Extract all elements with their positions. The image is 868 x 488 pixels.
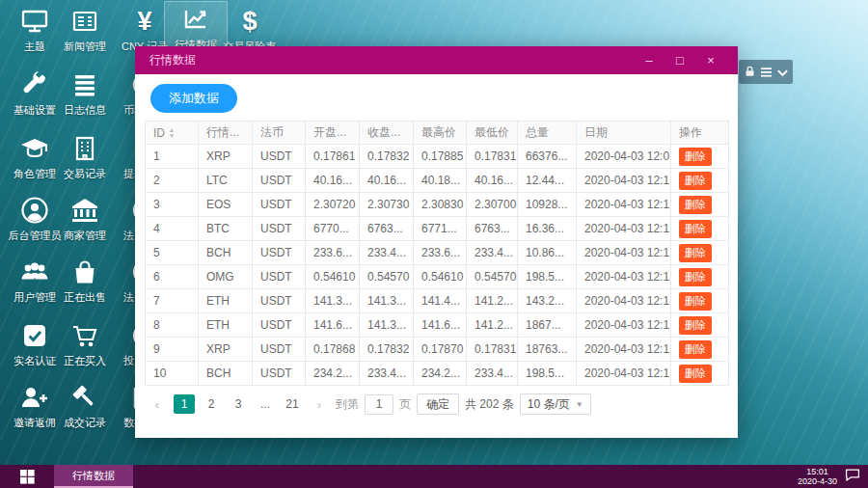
page-size-select[interactable]: 10 条/页 ▼ xyxy=(520,393,591,415)
page-button[interactable]: 1 xyxy=(174,394,195,414)
cell-date: 2020-04-03 12:1... xyxy=(577,265,671,289)
confirm-button[interactable]: 确定 xyxy=(417,393,459,415)
chat-bubble-icon[interactable] xyxy=(845,468,860,485)
jump-page-input[interactable] xyxy=(365,394,393,415)
jump-prefix-label: 到第 xyxy=(336,396,359,413)
cell-symbol: XRP xyxy=(199,338,253,362)
market-data-window: 行情数据 – □ × 添加数据 ID▴▾ 行情... 法币 开盘... 收盘..… xyxy=(135,46,738,438)
cell-open: 141.3... xyxy=(306,289,360,313)
cell-symbol: ETH xyxy=(199,289,253,313)
prev-page-button[interactable]: ‹ xyxy=(147,394,168,414)
table-row: 6 OMG USDT 0.54610 0.54570 0.54610 0.545… xyxy=(146,265,729,289)
cell-id: 9 xyxy=(146,338,199,362)
cell-volume: 18763... xyxy=(518,338,577,362)
cell-fiat: USDT xyxy=(253,193,306,217)
cell-high: 0.54610 xyxy=(414,265,467,289)
cell-volume: 1867... xyxy=(518,313,577,338)
cell-close: 141.3... xyxy=(360,313,414,338)
page-button[interactable]: ... xyxy=(255,394,276,414)
cell-date: 2020-04-03 12:1... xyxy=(577,289,671,313)
clock-date: 2020-4-30 xyxy=(798,476,837,486)
cell-fiat: USDT xyxy=(253,241,306,265)
desktop-icon-merchants[interactable]: 商家管理 xyxy=(54,193,116,251)
checkbox-icon xyxy=(19,318,50,353)
cell-close: 2.30730 xyxy=(360,193,414,217)
cell-actions: 删除 xyxy=(671,217,729,241)
cell-close: 0.17832 xyxy=(360,338,414,362)
cell-volume: 10.86... xyxy=(518,241,577,265)
cell-actions: 删除 xyxy=(671,265,729,289)
delete-button[interactable]: 删除 xyxy=(679,148,712,166)
column-header-fiat: 法币 xyxy=(253,122,306,145)
delete-button[interactable]: 删除 xyxy=(679,220,712,238)
chevron-down-icon[interactable] xyxy=(777,64,788,81)
table-row: 1 XRP USDT 0.17861 0.17832 0.17885 0.178… xyxy=(146,145,729,169)
shopping-cart-icon xyxy=(69,318,100,353)
cell-high: 234.2... xyxy=(414,362,467,386)
cell-id: 4 xyxy=(146,217,199,241)
cell-high: 0.17870 xyxy=(414,338,467,362)
page-button[interactable]: 3 xyxy=(228,394,249,414)
taskbar: 行情数据 15:01 2020-4-30 xyxy=(0,465,868,488)
desktop-icon-news[interactable]: 新闻管理 xyxy=(54,4,116,62)
table-header-row: ID▴▾ 行情... 法币 开盘... 收盘... 最高价 最低价 总量 日期 … xyxy=(146,122,729,145)
column-header-id[interactable]: ID▴▾ xyxy=(146,122,199,145)
cell-date: 2020-04-03 12:1... xyxy=(577,217,671,241)
cell-symbol: BCH xyxy=(199,241,253,265)
windows-logo-icon xyxy=(20,470,35,484)
cell-open: 0.17868 xyxy=(306,338,360,362)
add-data-button[interactable]: 添加数据 xyxy=(150,84,237,113)
delete-button[interactable]: 删除 xyxy=(679,196,712,214)
delete-button[interactable]: 删除 xyxy=(679,365,712,383)
delete-button[interactable]: 删除 xyxy=(679,340,712,359)
chart-icon xyxy=(180,2,211,37)
desktop-icon-trades[interactable]: 交易记录 xyxy=(54,131,116,189)
taskbar-item-market-data[interactable]: 行情数据 xyxy=(54,465,133,488)
browser-overlay-bar xyxy=(739,60,793,84)
desktop-icon-selling[interactable]: 正在出售 xyxy=(54,255,116,312)
cell-low: 40.16... xyxy=(467,169,518,193)
bank-icon xyxy=(68,193,101,228)
cell-low: 233.4... xyxy=(467,241,518,265)
close-button[interactable]: × xyxy=(695,53,726,68)
delete-button[interactable]: 删除 xyxy=(679,316,712,335)
menu-icon[interactable] xyxy=(761,64,772,81)
minimize-button[interactable]: – xyxy=(634,53,665,68)
next-page-button[interactable]: › xyxy=(309,394,330,414)
cell-id: 6 xyxy=(146,265,199,289)
delete-button[interactable]: 删除 xyxy=(679,268,712,286)
delete-button[interactable]: 删除 xyxy=(679,172,712,190)
cell-low: 141.2... xyxy=(467,289,518,313)
sort-icons[interactable]: ▴▾ xyxy=(170,127,174,139)
cell-date: 2020-04-03 12:1... xyxy=(577,193,671,217)
cell-close: 141.3... xyxy=(360,289,414,313)
desktop-icon-deals[interactable]: 成交记录 xyxy=(54,380,116,438)
cell-high: 233.6... xyxy=(414,241,467,265)
total-count-label: 共 202 条 xyxy=(465,396,514,413)
cell-date: 2020-04-03 12:1... xyxy=(577,362,671,386)
cell-close: 233.4... xyxy=(360,241,414,265)
start-button[interactable] xyxy=(0,465,54,488)
table-body: 1 XRP USDT 0.17861 0.17832 0.17885 0.178… xyxy=(146,145,729,386)
cell-symbol: BCH xyxy=(199,362,253,386)
maximize-button[interactable]: □ xyxy=(665,53,695,68)
page-buttons: 123...21 xyxy=(174,394,303,414)
cell-open: 0.17861 xyxy=(306,145,360,169)
cell-actions: 删除 xyxy=(671,145,729,169)
cell-close: 233.4... xyxy=(360,362,414,386)
window-title: 行情数据 xyxy=(149,52,196,68)
page-button[interactable]: 2 xyxy=(201,394,222,414)
cell-id: 10 xyxy=(146,362,199,386)
page-button[interactable]: 21 xyxy=(282,394,303,414)
cell-date: 2020-04-03 12:1... xyxy=(577,241,671,265)
desktop-icon-buying[interactable]: 正在买入 xyxy=(54,318,116,376)
desktop-icon-logs[interactable]: 日志信息 xyxy=(54,68,116,125)
delete-button[interactable]: 删除 xyxy=(679,292,712,311)
lock-icon[interactable] xyxy=(745,64,755,81)
cell-low: 0.17831 xyxy=(467,338,518,362)
window-titlebar: 行情数据 – □ × xyxy=(135,46,738,74)
delete-button[interactable]: 删除 xyxy=(679,244,712,262)
cell-symbol: LTC xyxy=(199,169,253,193)
taskbar-clock[interactable]: 15:01 2020-4-30 xyxy=(798,467,837,486)
column-header-low: 最低价 xyxy=(467,122,518,145)
